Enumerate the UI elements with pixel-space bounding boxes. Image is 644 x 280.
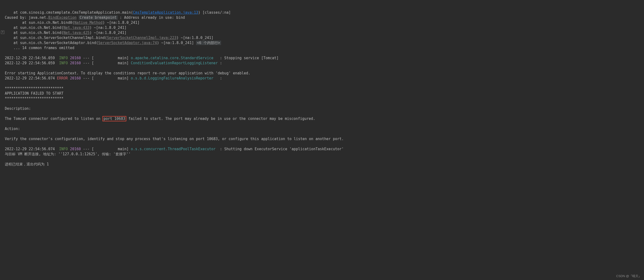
timestamp: 2022-12-29 22:54:56.074: [5, 147, 59, 151]
source-link[interactable]: ServerSocketChannelImpl.java:223: [107, 36, 176, 40]
stack-line: at sun.nio.ch.ServerSocketChannelImpl.bi…: [5, 36, 107, 40]
stack-line: at sun.nio.ch.Net.bind(: [5, 31, 64, 35]
stack-line-tail: ) ~[na:1.8.0_241]: [157, 41, 196, 45]
console-output: + at com.sinosig.cmstemplate.CmsTemplate…: [0, 0, 644, 172]
source-link[interactable]: Native Method: [74, 21, 102, 25]
pid: 20160: [68, 61, 81, 65]
banner-stars: ***************************: [5, 96, 64, 101]
pid: 20160: [68, 147, 81, 151]
thread: --- [ main]: [81, 147, 131, 151]
stack-line: at sun.nio.ch.Net.bind0(: [5, 21, 74, 25]
thread: --- [ main]: [81, 56, 131, 60]
caused-by-msg: : Address already in use: bind: [118, 16, 185, 20]
disconnect-msg: 与目标 VM 断开连接, 地址为: ''127.0.0.1:12625', 传输…: [5, 152, 131, 156]
caused-by: Caused by: java.net.: [5, 16, 48, 20]
thread: --- [ main]: [81, 61, 131, 65]
timestamp: 2022-12-29 22:54:56.059: [5, 56, 59, 60]
create-breakpoint-button[interactable]: Create breakpoint: [79, 16, 118, 20]
source-link[interactable]: Net.java:425: [64, 31, 90, 35]
stack-line-tail: ) ~[na:1.8.0_241]: [90, 26, 126, 30]
log-msg: : Shutting down ExecutorService 'applica…: [218, 147, 344, 151]
thread: --- [ main]: [81, 76, 131, 80]
stack-line-tail: ) ~[na:1.8.0_241]: [102, 21, 140, 25]
logger-name: o.apache.catalina.core.StandardService: [131, 56, 218, 60]
error-line: Error starting ApplicationContext. To di…: [5, 71, 250, 75]
stack-line-tail: ) [classes/:na]: [198, 10, 231, 15]
log-msg: : Stopping service [Tomcat]: [218, 56, 278, 60]
log-level-error: ERROR: [57, 76, 68, 80]
expand-fold-icon[interactable]: +: [1, 31, 4, 34]
stack-line: at com.sinosig.cmstemplate.CmsTemplateAp…: [5, 10, 133, 15]
logger-name: o.s.s.concurrent.ThreadPoolTaskExecutor: [131, 147, 218, 151]
port-highlight: port 10683: [102, 116, 126, 121]
source-link[interactable]: ServerSocketAdaptor.java:74: [98, 41, 157, 45]
stack-line-tail: ) ~[na:1.8.0_241]: [176, 36, 214, 40]
banner-stars: ***************************: [5, 86, 64, 91]
action-heading: Action:: [5, 127, 20, 131]
log-level-info: INFO: [59, 61, 68, 65]
action-text: Verify the connector's configuration, id…: [5, 137, 344, 141]
source-link[interactable]: Net.java:433: [64, 26, 90, 30]
stack-line-tail: ) ~[na:1.8.0_241]: [90, 31, 126, 35]
logger-name: o.s.b.d.LoggingFailureAnalysisReporter: [131, 76, 218, 80]
stack-line: at sun.nio.ch.ServerSocketAdaptor.bind(: [5, 41, 98, 45]
pid: 20160: [68, 56, 81, 60]
log-level-info: INFO: [59, 147, 68, 151]
banner-title: APPLICATION FAILED TO START: [5, 91, 64, 96]
timestamp: 2022-12-29 22:54:56.074: [5, 76, 57, 80]
pid: 20160: [68, 76, 81, 80]
description-text: The Tomcat connector configured to liste…: [5, 117, 102, 121]
folded-lines[interactable]: <6 个内部行>: [196, 41, 221, 45]
exit-msg: 进程已结束，退出代码为 1: [5, 162, 49, 166]
frames-omitted: ... 14 common frames omitted: [5, 46, 74, 50]
stack-line: at sun.nio.ch.Net.bind(: [5, 26, 64, 30]
log-msg: :: [218, 76, 224, 80]
logger-name: ConditionEvaluationReportLoggingListener: [131, 61, 218, 65]
log-msg: :: [218, 61, 224, 65]
timestamp: 2022-12-29 22:54:56.059: [5, 61, 59, 65]
log-level-info: INFO: [59, 56, 68, 60]
source-link[interactable]: CmsTemplateApplication.java:13: [133, 10, 198, 15]
description-text-tail: failed to start. The port may already be…: [126, 117, 316, 121]
description-heading: Description:: [5, 106, 31, 111]
exception-link[interactable]: BindException: [48, 16, 76, 20]
